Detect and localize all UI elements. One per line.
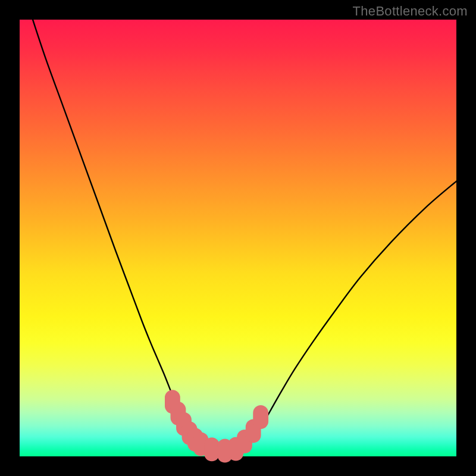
curve-left-branch — [33, 20, 229, 451]
watermark-label: TheBottleneck.com — [353, 4, 468, 19]
chart-frame: TheBottleneck.com — [0, 0, 476, 476]
marker-dot — [204, 437, 220, 461]
marker-dot — [253, 405, 268, 429]
chart-svg — [20, 20, 456, 456]
plot-area — [20, 20, 456, 456]
